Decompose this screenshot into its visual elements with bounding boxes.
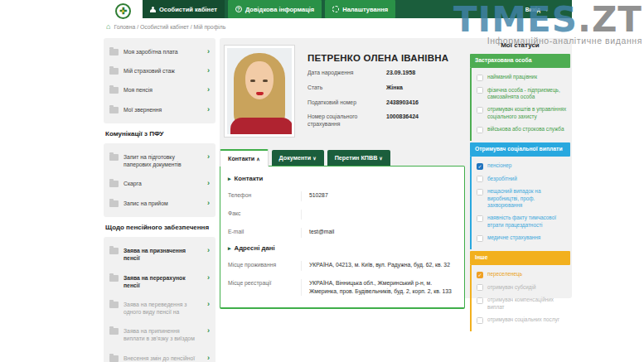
nav-tab-settings[interactable]: Налаштування	[325, 0, 395, 18]
field-value: 1000836424	[386, 113, 419, 128]
status-checkbox-unemployed[interactable]: безробітний	[475, 172, 570, 186]
pfu-logo[interactable]	[104, 0, 143, 22]
status-label: медичне страхування	[487, 234, 540, 241]
breadcrumb: ⌂ Головна / Особистий кабінет / Мій проф…	[106, 23, 225, 31]
profile-field-row: Податковий номер 2438903416	[307, 99, 460, 107]
profile-field-row: Дата народження 23.09.1958	[307, 70, 460, 77]
document-icon	[109, 275, 119, 282]
nav-tab-reference-info[interactable]: ? Довідкова інформація	[228, 0, 322, 18]
chevron-right-icon: ›	[207, 355, 210, 361]
photo-face	[245, 61, 274, 99]
profile-field-row: Стать Жінка	[307, 84, 460, 92]
status-checkbox-displaced-person[interactable]: переселенець	[475, 268, 570, 282]
status-checkbox-compensation-payments[interactable]: отримувач компенсаційних виплат	[475, 294, 570, 314]
status-label: переселенець	[487, 271, 522, 278]
row-label: E-mail	[228, 228, 301, 238]
status-label: отримувач коштів в управліннях соціально…	[487, 106, 569, 120]
user-icon	[150, 7, 156, 12]
calendar-icon	[109, 200, 119, 207]
status-checkbox-subsidies[interactable]: отримувач субсидій	[475, 281, 570, 294]
checkbox-icon	[477, 284, 483, 291]
profile-name: ПЕТРЕНКО ОЛЕНА ІВАНІВНА	[307, 45, 460, 63]
portal-page: Особистий кабінет ? Довідкова інформація…	[104, 0, 572, 362]
section-title: Контакти	[235, 175, 264, 182]
left-sidebar: Моя заробітна плата › Мій страховий стаж…	[104, 38, 215, 362]
sidebar-item-my-requests[interactable]: Мої звернення ›	[109, 100, 210, 119]
status-section-other: Інше	[470, 251, 570, 265]
card-icon	[109, 68, 119, 75]
logout-button[interactable]: Вихід →	[525, 0, 549, 18]
checkbox-icon	[477, 107, 483, 113]
tab-label: Документи	[279, 154, 312, 162]
status-label: пенсіонер	[487, 162, 511, 169]
sidebar-item-label: Заява на переведення з одного виду пенсі…	[123, 301, 202, 316]
contacts-section-header[interactable]: ▸ Контакти	[220, 172, 464, 187]
checkbox-icon	[477, 297, 483, 304]
sidebar-item-pension-recalculation[interactable]: Заява на перерахунок пенсії ›	[109, 268, 210, 295]
caret-down-icon: ∨	[312, 156, 316, 161]
sidebar-item-pension-transfer[interactable]: Заява на переведення з одного виду пенсі…	[109, 295, 210, 321]
envelope-icon	[109, 107, 119, 113]
chevron-right-icon: ›	[207, 200, 210, 206]
watermark-zt: .ZT	[578, 0, 642, 40]
checkbox-icon	[477, 176, 483, 182]
status-checkbox-medical-insurance[interactable]: медичне страхування	[475, 232, 570, 245]
status-checkbox-hired-worker[interactable]: найманий працівник	[475, 71, 570, 84]
status-label: отримувач соціальних послуг	[487, 316, 559, 323]
checkbox-checked-icon	[477, 163, 483, 170]
status-items-other: переселенець отримувач субсидій отримува…	[470, 265, 570, 331]
status-label: отримувач субсидій	[487, 284, 536, 291]
section-arrow-icon: ▸	[228, 176, 231, 182]
status-checkbox-entrepreneur[interactable]: фізична особа - підприємець, самозайнята…	[475, 84, 570, 104]
sidebar-item-label: Заява на припинення виплати в зв'язку з …	[123, 327, 202, 342]
tab-kpvv-crossing[interactable]: Перетин КПВВ ∨	[327, 150, 390, 166]
status-label: найманий працівник	[487, 74, 537, 80]
status-checkbox-social-protection-funds[interactable]: отримувач коштів в управліннях соціально…	[475, 104, 570, 123]
row-label: Факс	[228, 210, 301, 220]
chevron-right-icon: ›	[207, 247, 210, 253]
status-label: безробітний	[487, 176, 517, 182]
sidebar-section-pension: Щодо пенсійного забезпечення	[105, 224, 214, 232]
sidebar-item-insurance-record[interactable]: Мій страховий стаж ›	[109, 61, 210, 80]
sidebar-group-communications: Запит на підготовку паперових документів…	[104, 143, 215, 217]
checkbox-icon	[477, 87, 483, 94]
sidebar-item-label: Мої звернення	[123, 106, 202, 113]
field-value: Жінка	[386, 84, 403, 92]
chevron-right-icon: ›	[207, 180, 210, 186]
sidebar-item-label: Моя пенсія	[123, 86, 202, 94]
sidebar-item-payment-termination[interactable]: Заява на припинення виплати в зв'язку з …	[109, 321, 210, 348]
sidebar-item-appointment[interactable]: Запис на прийом ›	[109, 194, 210, 213]
sidebar-item-pension-assignment[interactable]: Заява на призначення пенсії ›	[109, 241, 210, 268]
status-checkbox-military-service[interactable]: військова або строкова служба	[475, 123, 570, 137]
pfu-emblem-icon	[115, 3, 131, 19]
chevron-right-icon: ›	[207, 327, 210, 334]
tab-contacts[interactable]: Контакти ∧	[220, 149, 269, 167]
photo-eye	[250, 80, 255, 82]
checkbox-icon	[477, 235, 483, 242]
sidebar-item-salary[interactable]: Моя заробітна плата ›	[109, 42, 210, 61]
contacts-panel: ▸ Контакти Телефон 510287 Факс E-mail te…	[220, 166, 465, 309]
status-checkbox-pensioner[interactable]: пенсіонер	[475, 160, 570, 173]
sidebar-item-paper-documents-request[interactable]: Запит на підготовку паперових документів…	[109, 147, 210, 174]
folder-icon	[109, 87, 119, 94]
status-label: військова або строкова служба	[487, 126, 564, 133]
caret-down-icon: ∨	[379, 156, 382, 161]
sidebar-item-complaint[interactable]: Скарга ›	[109, 174, 210, 193]
status-checkbox-work-accident[interactable]: нещасний випадок на виробництві, проф. з…	[475, 186, 570, 212]
address-section-header[interactable]: ▸ Адресні дані	[220, 242, 464, 257]
sidebar-item-label: Моя заробітна плата	[123, 48, 202, 56]
chevron-right-icon: ›	[207, 153, 210, 160]
nav-tab-personal-cabinet[interactable]: Особистий кабінет	[143, 0, 225, 18]
status-checkbox-social-services[interactable]: отримувач соціальних послуг	[475, 314, 570, 327]
nav-tab-label: Довідкова інформація	[245, 6, 314, 13]
tab-documents[interactable]: Документи ∨	[272, 150, 324, 166]
sidebar-item-my-pension[interactable]: Моя пенсія ›	[109, 80, 210, 99]
caret-up-icon: ∧	[256, 157, 259, 162]
sidebar-item-label: Заява на призначення пенсії	[123, 247, 202, 262]
chevron-right-icon: ›	[207, 86, 210, 93]
home-icon[interactable]: ⌂	[106, 23, 110, 31]
status-checkbox-temporary-disability[interactable]: наявність факту тимчасової втрати працез…	[475, 212, 570, 232]
field-label: Дата народження	[307, 70, 386, 77]
sidebar-section-communications: Комунікації з ПФУ	[105, 130, 214, 138]
sidebar-item-pension-file-changes[interactable]: Внесення змін до пенсійної справи ›	[109, 349, 210, 362]
